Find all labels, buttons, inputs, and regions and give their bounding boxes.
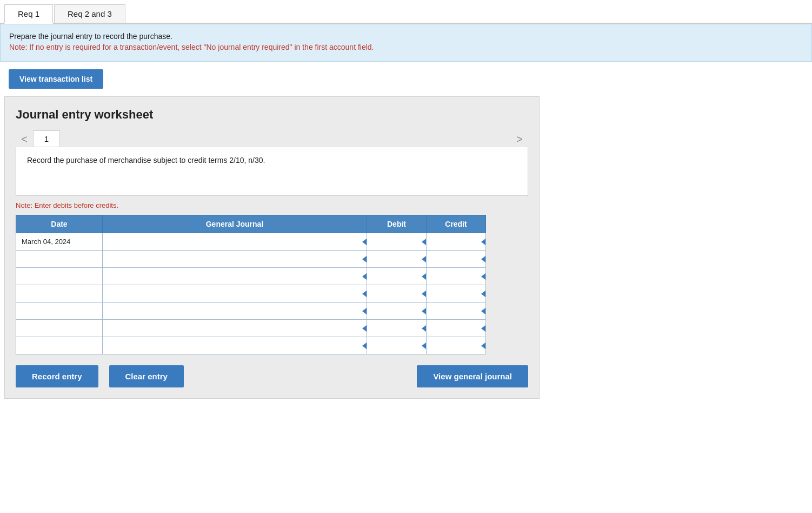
- general-journal-cell[interactable]: [103, 320, 367, 337]
- tab-req1[interactable]: Req 1: [4, 4, 53, 24]
- credit-cell[interactable]: [427, 320, 486, 337]
- credit-cell[interactable]: [427, 285, 486, 302]
- table-row: [16, 337, 486, 354]
- transaction-description: Record the purchase of merchandise subje…: [16, 147, 528, 196]
- debit-cell[interactable]: [367, 320, 427, 337]
- date-cell: March 04, 2024: [16, 233, 103, 251]
- general-journal-input[interactable]: [103, 268, 367, 285]
- debit-input[interactable]: [367, 285, 426, 302]
- date-cell: [16, 320, 103, 337]
- worksheet-container: Journal entry worksheet < 1 > Record the…: [4, 96, 540, 399]
- credit-input[interactable]: [427, 285, 485, 302]
- debit-cell[interactable]: [367, 251, 427, 268]
- table-row: [16, 285, 486, 302]
- credit-input[interactable]: [427, 251, 485, 267]
- credit-input[interactable]: [427, 320, 485, 337]
- table-row: [16, 251, 486, 268]
- date-cell: [16, 302, 103, 320]
- credit-cell[interactable]: [427, 233, 486, 251]
- instruction-main: Prepare the journal entry to record the …: [9, 32, 803, 41]
- table-row: [16, 302, 486, 320]
- date-cell: [16, 337, 103, 354]
- general-journal-cell[interactable]: [103, 251, 367, 268]
- credit-input[interactable]: [427, 302, 485, 319]
- col-header-credit: Credit: [427, 215, 486, 233]
- general-journal-cell[interactable]: [103, 285, 367, 302]
- credit-cell[interactable]: [427, 251, 486, 268]
- debit-input[interactable]: [367, 251, 426, 267]
- instruction-box: Prepare the journal entry to record the …: [0, 24, 812, 62]
- tab-req23[interactable]: Req 2 and 3: [54, 4, 125, 23]
- date-cell: [16, 268, 103, 285]
- current-page-tab: 1: [33, 130, 60, 147]
- record-entry-button[interactable]: Record entry: [16, 365, 98, 387]
- general-journal-cell[interactable]: [103, 337, 367, 354]
- general-journal-input[interactable]: [103, 302, 367, 319]
- debit-cell[interactable]: [367, 268, 427, 285]
- col-header-debit: Debit: [367, 215, 427, 233]
- debit-input[interactable]: [367, 268, 426, 285]
- credit-cell[interactable]: [427, 337, 486, 354]
- debit-cell[interactable]: [367, 285, 427, 302]
- general-journal-input[interactable]: [103, 337, 367, 354]
- tab-bar: Req 1 Req 2 and 3: [0, 0, 812, 24]
- debit-input[interactable]: [367, 233, 426, 250]
- general-journal-input[interactable]: [103, 320, 367, 337]
- table-row: [16, 268, 486, 285]
- clear-entry-button[interactable]: Clear entry: [109, 365, 184, 387]
- general-journal-input[interactable]: [103, 285, 367, 302]
- credit-input[interactable]: [427, 268, 485, 285]
- debit-input[interactable]: [367, 337, 426, 354]
- debit-cell[interactable]: [367, 337, 427, 354]
- debit-cell[interactable]: [367, 233, 427, 251]
- general-journal-cell[interactable]: [103, 302, 367, 320]
- worksheet-title: Journal entry worksheet: [16, 108, 528, 122]
- bottom-buttons: Record entry Clear entry View general jo…: [16, 365, 528, 387]
- col-header-date: Date: [16, 215, 103, 233]
- general-journal-cell[interactable]: [103, 268, 367, 285]
- view-transaction-button[interactable]: View transaction list: [9, 69, 103, 89]
- prev-page-button[interactable]: <: [16, 134, 33, 144]
- note-debits: Note: Enter debits before credits.: [16, 201, 528, 209]
- worksheet-tab-nav: < 1 >: [16, 130, 528, 147]
- debit-input[interactable]: [367, 302, 426, 319]
- view-general-journal-button[interactable]: View general journal: [417, 365, 528, 387]
- journal-table: Date General Journal Debit Credit March …: [16, 215, 486, 354]
- debit-input[interactable]: [367, 320, 426, 337]
- credit-input[interactable]: [427, 337, 485, 354]
- instruction-note: Note: If no entry is required for a tran…: [9, 43, 803, 51]
- table-row: March 04, 2024: [16, 233, 486, 251]
- table-row: [16, 320, 486, 337]
- col-header-general-journal: General Journal: [103, 215, 367, 233]
- debit-cell[interactable]: [367, 302, 427, 320]
- next-page-button[interactable]: >: [511, 134, 528, 144]
- credit-cell[interactable]: [427, 302, 486, 320]
- general-journal-input[interactable]: [103, 233, 367, 250]
- credit-cell[interactable]: [427, 268, 486, 285]
- date-cell: [16, 285, 103, 302]
- general-journal-input[interactable]: [103, 251, 367, 267]
- credit-input[interactable]: [427, 233, 485, 250]
- date-cell: [16, 251, 103, 268]
- general-journal-cell[interactable]: [103, 233, 367, 251]
